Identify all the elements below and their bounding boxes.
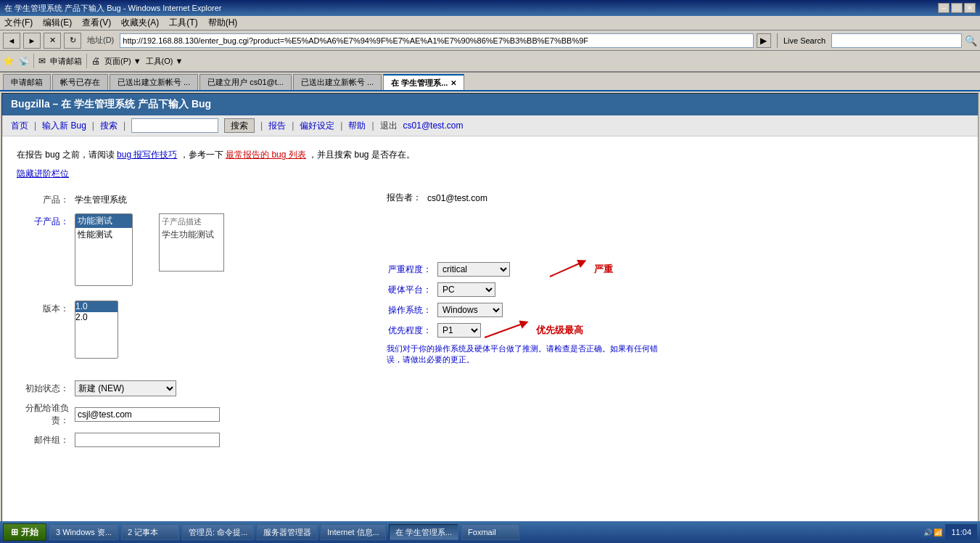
subdesc-title: 子产品描述 <box>162 216 221 227</box>
platform-select[interactable]: PC Macintosh All Other <box>437 282 495 297</box>
intro-link-tips[interactable]: bug 报写作技巧 <box>117 150 177 160</box>
mailgroup-input[interactable] <box>75 433 220 447</box>
content-area: Bugzilla – 在 学生管理系统 产品下输入 Bug 首页 | 输入新 B… <box>1 93 979 526</box>
assign-row: 分配给谁负责： <box>17 402 963 427</box>
subdesc-box: 子产品描述 学生功能测试 <box>159 213 224 272</box>
tab-3[interactable]: 已建立用户 cs01@t... <box>199 74 292 90</box>
menu-view[interactable]: 查看(V) <box>82 17 111 29</box>
severity-row: 严重程度： critical blocker major normal mino… <box>387 262 662 277</box>
assign-input[interactable] <box>75 407 220 422</box>
back-button[interactable]: ◄ <box>3 33 20 49</box>
right-form: 报告者： cs01@test.com 严重程度： critical blocke… <box>387 192 662 366</box>
taskbar-item-4[interactable]: Internet 信息... <box>321 524 386 540</box>
nav-user[interactable]: cs01@test.com <box>403 121 464 131</box>
priority-annotation: 优先级最高 <box>536 324 583 337</box>
taskbar-item-label-3: 服务器管理器 <box>263 527 311 538</box>
live-search-label: Live Search <box>783 36 825 45</box>
nav-search-input[interactable] <box>131 118 218 133</box>
nav-help[interactable]: 帮助 <box>348 120 366 132</box>
menu-help[interactable]: 帮助(H) <box>208 17 238 29</box>
taskbar-item-0[interactable]: 3 Windows 资... <box>49 524 118 540</box>
taskbar-item-2[interactable]: 管理员: 命令提... <box>182 524 254 540</box>
menu-tools[interactable]: 工具(T) <box>169 17 197 29</box>
search-input[interactable] <box>831 33 962 48</box>
taskbar-item-label-0: 3 Windows 资... <box>56 527 112 538</box>
star-icon: ⭐ <box>3 56 14 66</box>
mailgroup-row: 邮件组： <box>17 433 963 447</box>
reporter-label: 报告者： <box>387 192 421 204</box>
priority-arrow-icon <box>481 319 532 341</box>
mailgroup-label: 邮件组： <box>17 434 75 446</box>
taskbar-item-5[interactable]: 在 学生管理系... <box>389 524 458 540</box>
left-form: 产品： 学生管理系统 子产品： 功能测试 性能测试 <box>17 192 343 366</box>
minimize-button[interactable]: ─ <box>938 3 950 13</box>
close-button[interactable]: ✕ <box>964 3 976 13</box>
menu-file[interactable]: 文件(F) <box>4 17 33 29</box>
subdesc-value: 学生功能测试 <box>162 229 221 241</box>
tab-4[interactable]: 已送出建立新帐号 ... <box>293 74 382 90</box>
tab-5[interactable]: 在 学生管理系... ✕ <box>383 74 464 90</box>
nav-search-button[interactable]: 搜索 <box>224 118 255 133</box>
taskbar-item-label-5: 在 学生管理系... <box>395 527 452 538</box>
taskbar-item-label-6: Foxmail <box>468 528 496 536</box>
go-button[interactable]: ▶ <box>757 33 771 48</box>
bz-navbar: 首页 | 输入新 Bug | 搜索 | 搜索 | 报告 | 偏好设定 | 帮助 … <box>2 115 978 136</box>
priority-row: 优先程度： P1 P2 P3 P4 P5 <box>387 323 662 338</box>
nav-preferences[interactable]: 偏好设定 <box>300 120 334 132</box>
tray-icons: 🔊 📶 <box>923 528 943 536</box>
title-bar-buttons: ─ □ ✕ <box>938 3 976 13</box>
initial-state-select[interactable]: 新建 (NEW) 已指派 (ASSIGNED) 已解决 (RESOLVED) <box>75 380 176 396</box>
taskbar-item-label-1: 2 记事本 <box>128 527 158 538</box>
intro-before: 在报告 bug 之前，请阅读 <box>17 150 117 160</box>
product-value: 学生管理系统 <box>75 192 127 206</box>
start-button[interactable]: ⊞ 开始 <box>3 523 46 541</box>
search-go-icon[interactable]: 🔍 <box>965 35 977 46</box>
mail-icon[interactable]: ✉ <box>38 56 46 66</box>
print-icon[interactable]: 🖨 <box>91 56 100 66</box>
severity-annotation: 严重 <box>594 263 613 276</box>
tabs-bar: 申请邮箱 帐号已存在 已送出建立新帐号 ... 已建立用户 cs01@t... … <box>0 73 980 91</box>
tab-label-3: 已建立用户 cs01@t... <box>207 77 284 88</box>
rss-icon: 📡 <box>18 56 29 66</box>
forward-button[interactable]: ► <box>23 33 41 49</box>
address-label: 地址(D) <box>87 35 114 46</box>
priority-label: 优先程度： <box>387 324 437 337</box>
nav-reports[interactable]: 报告 <box>268 120 286 132</box>
taskbar-item-1[interactable]: 2 记事本 <box>121 524 179 540</box>
platform-label: 硬体平台： <box>387 284 437 296</box>
maximize-button[interactable]: □ <box>951 3 963 13</box>
menu-edit[interactable]: 编辑(E) <box>43 17 72 29</box>
menu-favorites[interactable]: 收藏夹(A) <box>121 17 159 29</box>
tab-label-5: 在 学生管理系... <box>391 78 448 89</box>
start-windows-icon: ⊞ <box>11 527 18 537</box>
tab-2[interactable]: 已送出建立新帐号 ... <box>110 74 198 90</box>
priority-select[interactable]: P1 P2 P3 P4 P5 <box>437 323 481 338</box>
tab-1[interactable]: 帐号已存在 <box>52 74 108 90</box>
hide-advanced-link[interactable]: 隐藏进阶栏位 <box>17 168 963 180</box>
os-select[interactable]: Windows Mac OS Linux All Other <box>437 303 503 317</box>
stop-button[interactable]: ✕ <box>44 33 61 49</box>
form-main: 产品： 学生管理系统 子产品： 功能测试 性能测试 <box>17 192 963 366</box>
address-input[interactable] <box>120 33 754 48</box>
taskbar-item-label-2: 管理员: 命令提... <box>189 527 247 538</box>
platform-row: 硬体平台： PC Macintosh All Other <box>387 282 662 297</box>
intro-link-recent[interactable]: 最常报告的 bug 列表 <box>226 150 306 160</box>
nav-enter-bug[interactable]: 输入新 Bug <box>42 120 86 132</box>
tab-close-icon[interactable]: ✕ <box>450 79 456 87</box>
svg-line-1 <box>550 262 582 277</box>
tools-icon[interactable]: 工具(O) ▼ <box>146 56 184 67</box>
refresh-button[interactable]: ↻ <box>64 33 81 49</box>
severity-select[interactable]: critical blocker major normal minor triv… <box>437 262 510 277</box>
subproduct-select[interactable]: 功能测试 性能测试 <box>75 213 133 286</box>
taskbar-item-3[interactable]: 服务器管理器 <box>257 524 318 540</box>
nav-search[interactable]: 搜索 <box>100 120 118 132</box>
start-label: 开始 <box>21 526 38 539</box>
severity-arrow-icon <box>546 258 590 280</box>
nav-home[interactable]: 首页 <box>11 120 28 132</box>
os-row: 操作系统： Windows Mac OS Linux All Other <box>387 303 662 317</box>
taskbar-item-6[interactable]: Foxmail <box>461 524 519 540</box>
tab-label-2: 已送出建立新帐号 ... <box>118 77 190 88</box>
version-select[interactable]: 1.0 2.0 <box>75 301 118 359</box>
tab-0[interactable]: 申请邮箱 <box>3 74 51 90</box>
version-label: 版本： <box>17 301 75 315</box>
